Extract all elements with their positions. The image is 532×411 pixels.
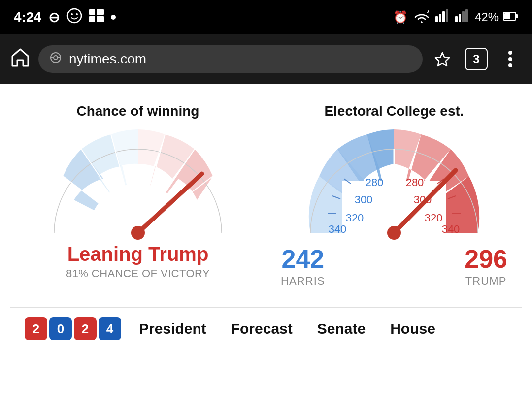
year-digit-1: 2 [25,317,47,340]
time-display: 4:24 [14,9,41,25]
home-icon[interactable] [10,47,31,71]
svg-rect-13 [462,11,465,22]
year-badges: 2 0 2 4 [25,317,121,340]
candidate-row: 242 HARRIS 296 TRUMP [276,244,512,287]
browser-actions: 3 [431,47,522,71]
status-bar: 4:24 ⊖ ⏰ [0,0,532,34]
svg-text:280: 280 [406,176,424,189]
tab-count-button[interactable]: 3 [465,48,488,70]
svg-text:280: 280 [366,176,384,189]
nav-senate[interactable]: Senate [317,320,366,337]
svg-point-2 [76,13,78,15]
url-bar[interactable]: nytimes.com [38,45,423,73]
svg-text:320: 320 [425,212,443,224]
svg-rect-12 [459,14,461,22]
svg-rect-5 [89,16,95,22]
svg-rect-14 [466,9,468,22]
more-options-button[interactable] [499,47,522,71]
trump-name: TRUMP [466,275,507,287]
electoral-college-section: Electoral College est. [276,103,512,287]
alarm-icon: ⏰ [393,10,408,24]
svg-rect-16 [504,13,510,19]
svg-point-19 [54,56,58,60]
nav-president[interactable]: President [139,320,206,337]
nav-items: President Forecast Senate House [139,320,435,337]
face-icon [66,8,82,27]
bottom-nav: 2 0 2 4 President Forecast Senate House [10,308,522,350]
chance-of-winning-section: Chance of winning [20,103,256,280]
chance-label: Leaning Trump [67,243,209,265]
svg-rect-8 [439,14,441,22]
electoral-gauge: 280 300 320 340 280 300 320 340 [291,127,498,240]
grid-icon [89,9,104,26]
trump-number: 296 [465,244,507,274]
url-text: nytimes.com [69,51,146,67]
year-digit-4: 4 [99,317,121,340]
chance-gauge [34,127,241,240]
main-content: Chance of winning [0,84,532,350]
harris-name: HARRIS [281,275,325,287]
svg-rect-9 [442,11,445,22]
svg-point-24 [508,57,512,61]
signal-icon [435,9,450,25]
svg-rect-17 [516,14,518,18]
year-digit-2: 0 [49,317,72,340]
svg-point-25 [508,63,512,67]
svg-rect-7 [435,16,438,22]
nav-forecast[interactable]: Forecast [231,320,293,337]
bookmark-button[interactable] [431,47,454,71]
svg-text:340: 340 [329,223,347,235]
signal-icon-2 [455,9,470,25]
electoral-title: Electoral College est. [324,103,464,119]
battery-icon [503,10,518,24]
year-digit-3: 2 [74,317,97,340]
svg-rect-3 [89,9,95,15]
svg-rect-11 [455,16,458,22]
gauges-row: Chance of winning [10,98,522,297]
minus-icon: ⊖ [48,9,60,26]
svg-point-36 [134,229,141,236]
svg-text:320: 320 [346,212,364,224]
chance-sublabel: 81% CHANCE OF VICTORY [66,267,210,280]
status-left: 4:24 ⊖ [14,8,116,27]
tracking-icon [49,51,62,67]
dot-indicator [111,15,116,20]
chance-title: Chance of winning [77,103,200,119]
svg-text:340: 340 [442,223,460,235]
svg-point-0 [67,9,81,23]
status-right: ⏰ [393,9,518,26]
svg-rect-10 [446,9,448,22]
svg-point-23 [508,51,512,55]
svg-text:300: 300 [355,193,373,206]
harris-block: 242 HARRIS [281,244,325,287]
svg-marker-22 [435,53,449,66]
svg-rect-4 [97,9,104,15]
nav-house[interactable]: House [390,320,435,337]
svg-rect-6 [97,16,104,22]
trump-block: 296 TRUMP [465,244,507,287]
harris-number: 242 [281,244,324,274]
svg-point-57 [391,229,398,236]
wifi-icon [413,9,431,26]
battery-text: 42% [475,10,499,24]
browser-bar: nytimes.com 3 [0,34,532,84]
svg-point-1 [71,13,73,15]
